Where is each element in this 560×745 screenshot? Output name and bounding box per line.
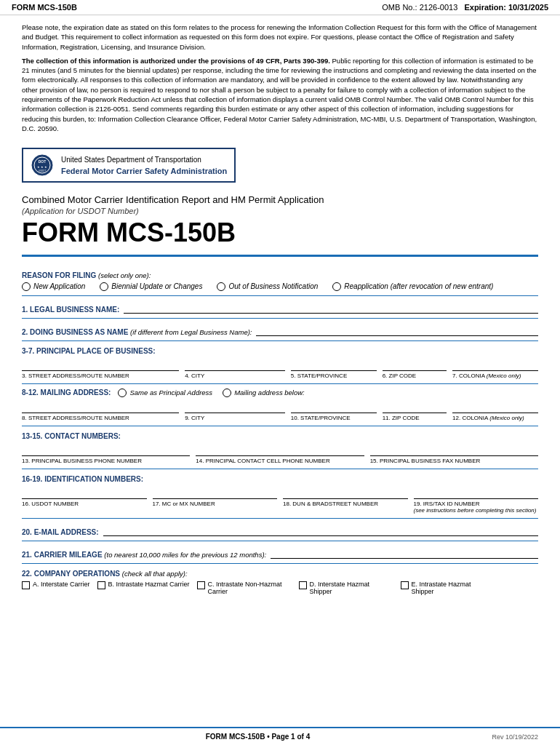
checkbox-a[interactable] bbox=[22, 581, 30, 589]
footer-right: Rev 10/19/2022 bbox=[492, 733, 538, 741]
reason-radio-group: New Application Biennial Update or Chang… bbox=[22, 282, 538, 291]
dba-section: 2. DOING BUSINESS AS NAME (if different … bbox=[22, 323, 538, 336]
email-input[interactable] bbox=[103, 523, 538, 536]
id-section: 16-19. IDENTIFICATION NUMBERS: 16. USDOT… bbox=[22, 475, 538, 514]
svg-text:USDOT: USDOT bbox=[39, 170, 47, 172]
form-id-header: FORM MCS-150B bbox=[12, 3, 77, 12]
street8-field: 8. STREET ADDRESS/ROUTE NUMBER bbox=[22, 400, 179, 421]
checkbox-e[interactable] bbox=[401, 581, 409, 589]
svg-text:★ ★ ★: ★ ★ ★ bbox=[37, 166, 47, 169]
phone13-input[interactable] bbox=[22, 443, 190, 456]
company-ops-section: 22. COMPANY OPERATIONS (check all that a… bbox=[22, 570, 538, 595]
radio-out-of-business[interactable]: Out of Business Notification bbox=[217, 282, 318, 291]
notice-paragraph2: The collection of this information is au… bbox=[22, 56, 538, 133]
radio-circle-oob[interactable] bbox=[217, 282, 225, 291]
mc-mx-label: 17. MC or MX NUMBER bbox=[153, 501, 278, 507]
state10-label: 10. STATE/PROVINCE bbox=[291, 415, 377, 421]
zip-field: 6. ZIP CODE bbox=[383, 358, 447, 379]
state-input[interactable] bbox=[291, 358, 377, 371]
dun-field: 18. DUN & BRADSTREET NUMBER bbox=[283, 486, 408, 514]
radio-circle-new[interactable] bbox=[22, 282, 31, 291]
application-subtitle: (Application for USDOT Number) bbox=[22, 207, 538, 215]
page-footer: FORM MCS-150B • Page 1 of 4 Rev 10/19/20… bbox=[0, 727, 560, 745]
mc-mx-input[interactable] bbox=[153, 486, 278, 499]
mailing-label: 8-12. MAILING ADDRESS: bbox=[22, 389, 111, 397]
legal-name-section: 1. LEGAL BUSINESS NAME: bbox=[22, 300, 538, 314]
op-item-e[interactable]: E. Intrastate Hazmat Shipper bbox=[401, 581, 495, 595]
op-item-c[interactable]: C. Intrastate Non-Hazmat Carrier bbox=[197, 581, 292, 595]
mileage-section: 21. CARRIER MILEAGE (to nearest 10,000 m… bbox=[22, 546, 538, 559]
checkbox-b[interactable] bbox=[97, 581, 105, 589]
combined-title: Combined Motor Carrier Identification Re… bbox=[22, 194, 538, 205]
zip11-input[interactable] bbox=[383, 400, 447, 413]
divider-2 bbox=[22, 318, 538, 319]
fields-3-7-row: 3. STREET ADDRESS/ROUTE NUMBER 4. CITY 5… bbox=[22, 358, 538, 379]
city-label: 4. CITY bbox=[185, 372, 285, 379]
op-item-b[interactable]: B. Intrastate Hazmat Carrier bbox=[97, 581, 190, 595]
checkbox-c[interactable] bbox=[197, 581, 205, 589]
divider-9 bbox=[22, 563, 538, 564]
street-address-label: 3. STREET ADDRESS/ROUTE NUMBER bbox=[22, 372, 179, 379]
radio-circle-reapp[interactable] bbox=[332, 282, 341, 291]
dba-label: 2. DOING BUSINESS AS NAME (if different … bbox=[22, 328, 252, 336]
street8-input[interactable] bbox=[22, 400, 179, 413]
zip-input[interactable] bbox=[383, 358, 447, 371]
legal-name-label: 1. LEGAL BUSINESS NAME: bbox=[22, 306, 119, 314]
checkbox-d[interactable] bbox=[299, 581, 307, 589]
mailing-options: Same as Principal Address Mailing addres… bbox=[118, 389, 304, 397]
city9-input[interactable] bbox=[185, 400, 285, 413]
cell14-input[interactable] bbox=[196, 443, 364, 456]
operations-row: A. Interstate Carrier B. Intrastate Hazm… bbox=[22, 581, 538, 595]
radio-mailing-below[interactable]: Mailing address below: bbox=[223, 389, 305, 397]
divider-7 bbox=[22, 518, 538, 519]
street-address-input[interactable] bbox=[22, 358, 179, 371]
principal-place-section: 3-7. PRINCIPAL PLACE OF BUSINESS: 3. STR… bbox=[22, 347, 538, 379]
dba-row: 2. DOING BUSINESS AS NAME (if different … bbox=[22, 323, 538, 336]
op-item-d[interactable]: D. Interstate Hazmat Shipper bbox=[299, 581, 393, 595]
notice-section: Please note, the expiration date as stat… bbox=[0, 15, 560, 142]
city9-label: 9. CITY bbox=[185, 415, 285, 421]
radio-circle-mailing[interactable] bbox=[223, 389, 231, 397]
legal-name-input[interactable] bbox=[124, 300, 538, 314]
blue-divider bbox=[22, 255, 538, 257]
phone13-label: 13. PRINCIPAL BUSINESS PHONE NUMBER bbox=[22, 458, 190, 464]
contact-label: 13-15. CONTACT NUMBERS: bbox=[22, 432, 538, 440]
city-field: 4. CITY bbox=[185, 358, 285, 379]
dun-input[interactable] bbox=[283, 486, 408, 499]
radio-circle-same[interactable] bbox=[118, 389, 127, 397]
radio-biennial[interactable]: Biennial Update or Changes bbox=[100, 282, 202, 291]
mc-mx-field: 17. MC or MX NUMBER bbox=[153, 486, 278, 514]
divider-4 bbox=[22, 383, 538, 384]
divider-3 bbox=[22, 340, 538, 341]
radio-same-as-principal[interactable]: Same as Principal Address bbox=[118, 389, 212, 397]
email-label: 20. E-MAIL ADDRESS: bbox=[22, 528, 99, 536]
mailing-header: 8-12. MAILING ADDRESS: Same as Principal… bbox=[22, 389, 538, 397]
city-input[interactable] bbox=[185, 358, 285, 371]
mileage-label: 21. CARRIER MILEAGE (to nearest 10,000 m… bbox=[22, 551, 266, 559]
dba-input[interactable] bbox=[256, 323, 538, 336]
op-item-a[interactable]: A. Interstate Carrier bbox=[22, 581, 90, 595]
mailing-address-section: 8-12. MAILING ADDRESS: Same as Principal… bbox=[22, 389, 538, 421]
colonia-input[interactable] bbox=[452, 358, 538, 371]
irs-input[interactable] bbox=[414, 486, 539, 499]
dot-logo-text: United States Department of Transportati… bbox=[61, 154, 227, 178]
colonia-field: 7. COLONIA (Mexico only) bbox=[452, 358, 538, 379]
radio-circle-biennial[interactable] bbox=[100, 282, 108, 291]
usdot-input[interactable] bbox=[22, 486, 147, 499]
mileage-input[interactable] bbox=[271, 546, 538, 559]
radio-reapplication[interactable]: Reapplication (after revocation of new e… bbox=[332, 282, 493, 291]
state-label: 5. STATE/PROVINCE bbox=[291, 372, 377, 379]
colonia12-input[interactable] bbox=[452, 400, 538, 413]
notice-paragraph1: Please note, the expiration date as stat… bbox=[22, 23, 538, 52]
legal-name-row: 1. LEGAL BUSINESS NAME: bbox=[22, 300, 538, 314]
top-header: FORM MCS-150B OMB No.: 2126-0013 Expirat… bbox=[0, 0, 560, 15]
state10-input[interactable] bbox=[291, 400, 377, 413]
dot-logo-section: DOT ★ ★ ★ USDOT United States Department… bbox=[0, 142, 560, 188]
state-field: 5. STATE/PROVINCE bbox=[291, 358, 377, 379]
cell14-field: 14. PRINCIPAL CONTACT CELL PHONE NUMBER bbox=[196, 443, 364, 464]
radio-new-application[interactable]: New Application bbox=[22, 282, 85, 291]
usdot-field: 16. USDOT NUMBER bbox=[22, 486, 147, 514]
id-fields-row: 16. USDOT NUMBER 17. MC or MX NUMBER 18.… bbox=[22, 486, 538, 514]
fax15-input[interactable] bbox=[370, 443, 538, 456]
company-ops-label: 22. COMPANY OPERATIONS (check all that a… bbox=[22, 570, 538, 578]
